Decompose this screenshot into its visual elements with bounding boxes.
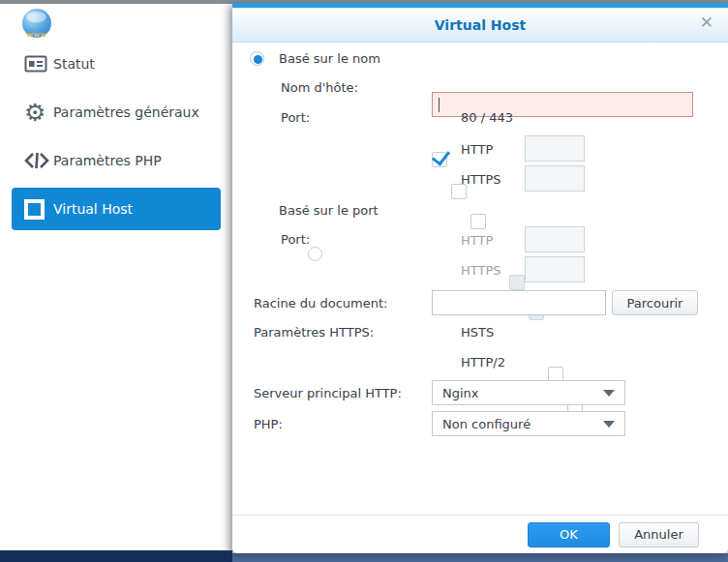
http2-label: HTTP/2 [461,355,505,370]
desktop-strip [232,553,728,562]
name-https-port-input[interactable] [525,165,585,192]
dialog-header[interactable]: Virtual Host ✕ [232,8,728,43]
webstation-logo-icon: www [22,9,51,38]
chevron-down-icon [603,421,615,428]
backend-server-select[interactable]: Nginx [432,380,625,405]
https-settings-label: Paramètres HTTPS: [254,325,374,340]
name-based-radio[interactable] [250,51,264,66]
webstation-logo-text: www [22,31,51,39]
php-value: Non configuré [442,417,531,431]
gear-icon: ⚙ [24,101,53,125]
name-http-label: HTTP [461,142,493,157]
sidebar: www Statut ⚙ Paramètres généraux [0,4,232,550]
sidebar-item-label: Paramètres PHP [53,153,162,168]
close-icon[interactable]: ✕ [700,15,713,31]
dialog-footer: OK Annuler [232,515,728,553]
hostname-label: Nom d'hôte: [281,80,358,95]
sidebar-item-parametres-generaux[interactable]: ⚙ Paramètres généraux [12,91,221,133]
sidebar-item-label: Paramètres généraux [53,104,199,120]
virtual-host-dialog: Virtual Host ✕ Basé sur le nom Nom d'hôt… [232,3,728,553]
dialog-title: Virtual Host [435,17,526,33]
sidebar-item-label: Virtual Host [53,201,133,217]
browse-button[interactable]: Parcourir [612,290,698,315]
status-card-icon [24,54,53,74]
desktop-strip [0,550,232,562]
text-cursor [439,98,440,112]
chevron-down-icon [603,390,615,397]
port-label: Port: [281,110,310,125]
port-based-radio-label: Basé sur le port [279,203,379,218]
sidebar-item-label: Statut [53,56,95,72]
name-based-radio-label: Basé sur le nom [279,51,380,66]
backend-server-value: Nginx [442,386,479,400]
port-https-port-input [525,256,585,282]
code-icon [24,151,53,170]
port-https-label: HTTPS [461,263,501,278]
default-port-label: 80 / 443 [461,110,513,125]
sidebar-item-virtual-host[interactable]: Virtual Host [12,188,221,230]
backend-server-label: Serveur principal HTTP: [254,386,402,400]
sidebar-menu: Statut ⚙ Paramètres généraux Paramètres … [12,43,221,236]
default-port-checkbox[interactable] [432,152,447,167]
document-root-label: Racine du document: [254,296,387,311]
php-select[interactable]: Non configuré [432,411,625,436]
php-label: PHP: [254,417,283,431]
virtual-host-icon [24,198,53,220]
sidebar-item-parametres-php[interactable]: Paramètres PHP [12,139,221,182]
port-based-port-label: Port: [281,232,310,247]
port-http-checkbox [509,275,525,290]
sidebar-item-statut[interactable]: Statut [12,43,221,85]
hsts-label: HSTS [461,325,494,340]
name-http-port-input[interactable] [525,135,585,162]
port-based-radio[interactable] [308,247,322,261]
dialog-body: Basé sur le nom Nom d'hôte: Port: 80 / 4… [232,43,728,515]
name-https-checkbox[interactable] [470,214,486,229]
port-http-label: HTTP [461,233,493,248]
name-https-label: HTTPS [461,172,501,187]
ok-button[interactable]: OK [528,522,610,547]
cancel-button[interactable]: Annuler [619,522,699,547]
document-root-input[interactable] [432,290,606,315]
port-http-port-input [525,226,585,252]
